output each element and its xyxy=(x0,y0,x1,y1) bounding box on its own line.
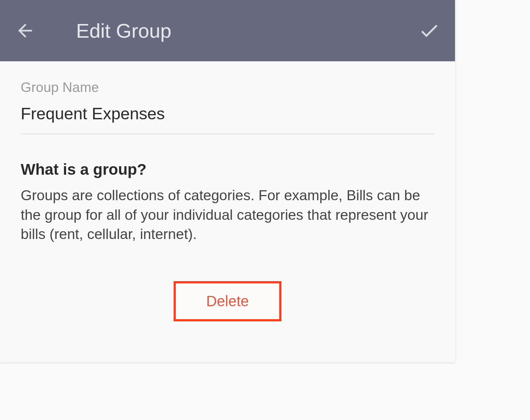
header-bar: Edit Group xyxy=(0,0,455,61)
delete-button[interactable]: Delete xyxy=(174,281,281,321)
page-title: Edit Group xyxy=(76,19,171,42)
arrow-left-icon xyxy=(15,20,35,41)
info-heading: What is a group? xyxy=(21,161,434,178)
edit-group-panel: Edit Group Group Name What is a group? G… xyxy=(0,0,455,362)
checkmark-icon xyxy=(418,20,440,42)
delete-wrapper: Delete xyxy=(21,281,434,344)
confirm-button[interactable] xyxy=(418,20,440,42)
info-body: Groups are collections of categories. Fo… xyxy=(21,186,434,244)
content-area: Group Name What is a group? Groups are c… xyxy=(0,61,455,362)
back-button[interactable] xyxy=(15,20,35,41)
group-name-label: Group Name xyxy=(21,80,434,95)
group-name-input[interactable] xyxy=(21,100,434,134)
